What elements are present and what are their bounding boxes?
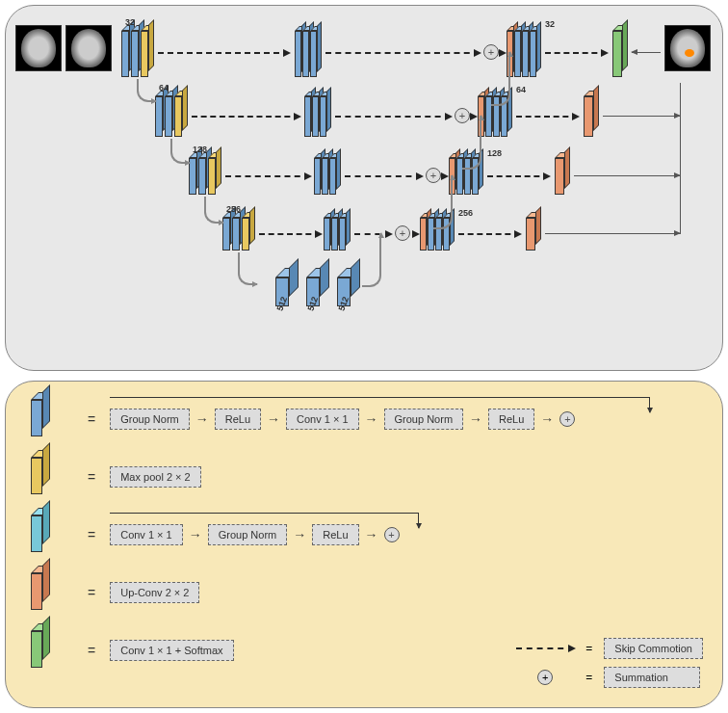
flow-arrow-icon: → — [540, 411, 554, 427]
out-line-3 — [574, 175, 680, 176]
dash-symbol-icon — [516, 647, 574, 649]
input-image-2 — [65, 25, 112, 71]
eq-5: = — [88, 643, 95, 658]
skip-arrow-2b — [335, 116, 451, 118]
skip-arrow-1a — [158, 52, 289, 54]
architecture-panel: 32 64 128 256 512 512 512 — [5, 5, 723, 371]
legend-row-orange: = Up-Conv 2 × 2 — [25, 569, 703, 616]
legend-sum-blue: + — [559, 411, 575, 427]
skip-arrow-4a — [259, 233, 321, 235]
op-cyan-2: Group Norm — [208, 524, 288, 545]
legend-sum-cyan: + — [384, 527, 400, 542]
eq-sym1: = — [585, 642, 592, 655]
sym-skip-label: Skip Commotion — [604, 638, 703, 659]
flow-arrow-icon: → — [293, 527, 306, 542]
flow-arrow-icon: → — [267, 411, 280, 427]
op-blue-5: ReLu — [488, 409, 534, 430]
ch-enc3: 128 — [193, 145, 207, 154]
sum-symbol-icon: + — [537, 670, 553, 685]
skip-arrow-1b — [325, 52, 480, 54]
ch-dec4: 256 — [458, 208, 473, 218]
dec-to-out-3 — [487, 175, 549, 177]
flow-arrow-icon: → — [365, 527, 378, 542]
op-green: Conv 1 × 1 + Softmax — [110, 640, 233, 661]
up-2 — [433, 175, 453, 229]
legend-row-cyan: = Conv 1 × 1 → Group Norm → ReLu → + — [25, 512, 703, 558]
skip-line-blue — [110, 397, 649, 398]
dec-to-out-2 — [516, 116, 578, 118]
flow-arrow-icon: → — [469, 411, 482, 427]
op-yellow: Max pool 2 × 2 — [110, 466, 200, 488]
op-blue-4: Group Norm — [384, 409, 464, 430]
dec-to-out-1 — [545, 52, 607, 54]
skip-line-cyan — [110, 513, 418, 514]
down-4 — [238, 252, 257, 285]
ch-dec3: 128 — [487, 148, 502, 158]
sym-sum-label: Summation — [604, 667, 700, 688]
output-image — [664, 25, 711, 71]
ch-dec1: 32 — [545, 19, 555, 29]
up-3 — [462, 116, 481, 170]
eq-4: = — [88, 585, 95, 600]
op-blue-2: ReLu — [215, 409, 261, 430]
skip-arrow-2a — [192, 116, 299, 118]
ch-enc2: 64 — [159, 83, 169, 92]
input-image-1 — [15, 25, 62, 71]
flow-arrow-icon: → — [189, 527, 202, 542]
sum-to-dec-4 — [412, 233, 418, 235]
collector-vline — [680, 83, 681, 234]
eq-3: = — [88, 527, 95, 542]
op-cyan-1: Conv 1 × 1 — [110, 524, 183, 545]
skip-corner-cyan — [418, 513, 419, 528]
eq-sym2: = — [585, 671, 592, 684]
skip-arrow-3a — [225, 175, 310, 177]
out-line-2 — [603, 116, 680, 117]
down-1 — [137, 79, 156, 102]
skip-corner-blue — [649, 397, 650, 412]
legend-row-yellow: = Max pool 2 × 2 — [25, 454, 703, 500]
ch-enc4: 256 — [226, 204, 241, 214]
eq-2: = — [88, 469, 95, 485]
out-line-4 — [545, 233, 680, 234]
op-blue-3: Conv 1 × 1 — [286, 409, 359, 430]
op-orange: Up-Conv 2 × 2 — [110, 582, 199, 603]
up-4 — [491, 52, 510, 106]
down-2 — [170, 139, 190, 164]
legend-panel: = Group Norm → ReLu → Conv 1 × 1 → Group… — [5, 381, 723, 708]
eq-1: = — [88, 411, 95, 427]
flow-arrow-icon: → — [365, 411, 378, 427]
ch-enc1: 32 — [125, 17, 135, 27]
op-blue-1: Group Norm — [110, 409, 190, 430]
ch-dec2: 64 — [516, 85, 526, 94]
op-cyan-3: ReLu — [312, 524, 358, 545]
skip-arrow-3b — [345, 175, 422, 177]
dec-to-out-4 — [458, 233, 520, 235]
down-3 — [204, 197, 223, 224]
legend-row-blue: = Group Norm → ReLu → Conv 1 × 1 → Group… — [25, 396, 703, 442]
sum-node-4: + — [395, 225, 410, 241]
to-output-arrow-rev — [632, 52, 661, 53]
flow-arrow-icon: → — [195, 411, 209, 427]
symbol-legend: = Skip Commotion + = Summation — [516, 638, 703, 688]
up-1 — [362, 233, 381, 287]
